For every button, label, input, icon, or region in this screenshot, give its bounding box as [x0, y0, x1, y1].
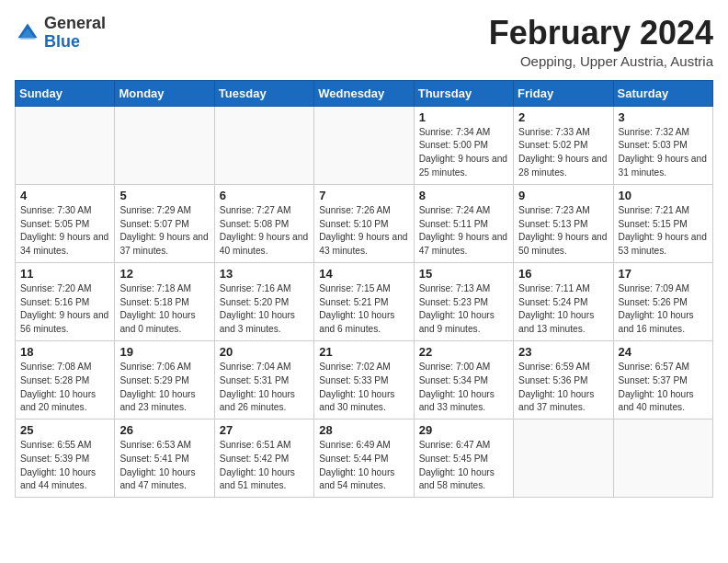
weekday-header-thursday: Thursday — [414, 80, 513, 106]
day-info: Sunrise: 7:29 AM Sunset: 5:07 PM Dayligh… — [119, 204, 209, 259]
day-info: Sunrise: 6:53 AM Sunset: 5:41 PM Dayligh… — [119, 439, 209, 493]
calendar-cell: 7Sunrise: 7:26 AM Sunset: 5:10 PM Daylig… — [314, 184, 414, 262]
calendar-cell — [16, 106, 115, 184]
day-info: Sunrise: 7:18 AM Sunset: 5:18 PM Dayligh… — [119, 282, 209, 337]
day-number: 1 — [419, 110, 508, 124]
location-subtitle: Oepping, Upper Austria, Austria — [489, 53, 713, 69]
calendar-cell: 18Sunrise: 7:08 AM Sunset: 5:28 PM Dayli… — [16, 340, 115, 419]
day-info: Sunrise: 7:09 AM Sunset: 5:26 PM Dayligh… — [619, 282, 708, 337]
day-number: 26 — [119, 423, 209, 437]
calendar-cell — [115, 106, 214, 184]
day-info: Sunrise: 7:13 AM Sunset: 5:23 PM Dayligh… — [419, 282, 508, 337]
day-number: 27 — [220, 423, 309, 437]
day-info: Sunrise: 7:20 AM Sunset: 5:16 PM Dayligh… — [20, 282, 109, 337]
logo-icon — [15, 20, 40, 46]
day-number: 12 — [119, 267, 209, 281]
calendar-cell: 28Sunrise: 6:49 AM Sunset: 5:44 PM Dayli… — [314, 419, 414, 498]
day-number: 25 — [20, 423, 109, 437]
weekday-header-wednesday: Wednesday — [314, 80, 414, 106]
weekday-header-sunday: Sunday — [16, 80, 115, 106]
day-info: Sunrise: 6:49 AM Sunset: 5:44 PM Dayligh… — [319, 439, 408, 493]
calendar-week-4: 18Sunrise: 7:08 AM Sunset: 5:28 PM Dayli… — [16, 340, 713, 419]
calendar-cell: 10Sunrise: 7:21 AM Sunset: 5:15 PM Dayli… — [613, 184, 712, 262]
day-info: Sunrise: 6:59 AM Sunset: 5:36 PM Dayligh… — [518, 361, 608, 415]
day-number: 24 — [619, 345, 708, 359]
day-number: 5 — [119, 189, 209, 202]
calendar-cell: 11Sunrise: 7:20 AM Sunset: 5:16 PM Dayli… — [16, 262, 115, 340]
day-number: 23 — [518, 345, 608, 359]
calendar-cell: 1Sunrise: 7:34 AM Sunset: 5:00 PM Daylig… — [414, 106, 513, 184]
day-number: 13 — [220, 267, 309, 281]
calendar-cell: 13Sunrise: 7:16 AM Sunset: 5:20 PM Dayli… — [214, 262, 313, 340]
day-info: Sunrise: 7:11 AM Sunset: 5:24 PM Dayligh… — [518, 282, 608, 337]
weekday-header-row: SundayMondayTuesdayWednesdayThursdayFrid… — [16, 80, 713, 106]
page-header: General Blue February 2024 Oepping, Uppe… — [15, 15, 713, 69]
weekday-header-saturday: Saturday — [613, 80, 712, 106]
calendar-week-1: 1Sunrise: 7:34 AM Sunset: 5:00 PM Daylig… — [16, 106, 713, 184]
day-info: Sunrise: 6:51 AM Sunset: 5:42 PM Dayligh… — [220, 439, 309, 493]
day-info: Sunrise: 6:55 AM Sunset: 5:39 PM Dayligh… — [20, 439, 109, 493]
calendar-cell: 16Sunrise: 7:11 AM Sunset: 5:24 PM Dayli… — [514, 262, 613, 340]
day-number: 29 — [419, 423, 508, 437]
day-info: Sunrise: 7:04 AM Sunset: 5:31 PM Dayligh… — [220, 361, 309, 415]
day-number: 16 — [518, 267, 608, 281]
day-number: 21 — [319, 345, 408, 359]
calendar-cell: 24Sunrise: 6:57 AM Sunset: 5:37 PM Dayli… — [613, 340, 712, 419]
calendar-cell: 17Sunrise: 7:09 AM Sunset: 5:26 PM Dayli… — [613, 262, 712, 340]
calendar-week-3: 11Sunrise: 7:20 AM Sunset: 5:16 PM Dayli… — [16, 262, 713, 340]
day-number: 22 — [419, 345, 508, 359]
day-info: Sunrise: 7:08 AM Sunset: 5:28 PM Dayligh… — [20, 361, 109, 415]
calendar-cell: 14Sunrise: 7:15 AM Sunset: 5:21 PM Dayli… — [314, 262, 414, 340]
day-number: 6 — [220, 189, 309, 202]
day-number: 8 — [419, 189, 508, 202]
day-number: 9 — [518, 189, 608, 202]
calendar-cell: 23Sunrise: 6:59 AM Sunset: 5:36 PM Dayli… — [514, 340, 613, 419]
calendar-cell: 27Sunrise: 6:51 AM Sunset: 5:42 PM Dayli… — [214, 419, 313, 498]
calendar-cell — [514, 419, 613, 498]
day-number: 19 — [119, 345, 209, 359]
day-info: Sunrise: 7:26 AM Sunset: 5:10 PM Dayligh… — [319, 204, 408, 259]
day-number: 20 — [220, 345, 309, 359]
calendar-cell: 20Sunrise: 7:04 AM Sunset: 5:31 PM Dayli… — [214, 340, 313, 419]
calendar-cell: 15Sunrise: 7:13 AM Sunset: 5:23 PM Dayli… — [414, 262, 513, 340]
calendar-cell: 5Sunrise: 7:29 AM Sunset: 5:07 PM Daylig… — [115, 184, 214, 262]
day-number: 4 — [20, 189, 109, 202]
day-info: Sunrise: 7:32 AM Sunset: 5:03 PM Dayligh… — [619, 126, 708, 180]
day-info: Sunrise: 6:57 AM Sunset: 5:37 PM Dayligh… — [619, 361, 708, 415]
day-info: Sunrise: 7:24 AM Sunset: 5:11 PM Dayligh… — [419, 204, 508, 259]
calendar-cell: 26Sunrise: 6:53 AM Sunset: 5:41 PM Dayli… — [115, 419, 214, 498]
weekday-header-tuesday: Tuesday — [214, 80, 313, 106]
day-info: Sunrise: 7:00 AM Sunset: 5:34 PM Dayligh… — [419, 361, 508, 415]
day-number: 28 — [319, 423, 408, 437]
day-number: 7 — [319, 189, 408, 202]
calendar-week-5: 25Sunrise: 6:55 AM Sunset: 5:39 PM Dayli… — [16, 419, 713, 498]
day-info: Sunrise: 7:30 AM Sunset: 5:05 PM Dayligh… — [20, 204, 109, 259]
month-title: February 2024 — [489, 15, 713, 52]
calendar-cell: 12Sunrise: 7:18 AM Sunset: 5:18 PM Dayli… — [115, 262, 214, 340]
calendar-cell: 22Sunrise: 7:00 AM Sunset: 5:34 PM Dayli… — [414, 340, 513, 419]
calendar-cell: 2Sunrise: 7:33 AM Sunset: 5:02 PM Daylig… — [514, 106, 613, 184]
calendar-cell — [613, 419, 712, 498]
day-info: Sunrise: 7:27 AM Sunset: 5:08 PM Dayligh… — [220, 204, 309, 259]
title-block: February 2024 Oepping, Upper Austria, Au… — [489, 15, 713, 69]
day-number: 14 — [319, 267, 408, 281]
day-info: Sunrise: 7:16 AM Sunset: 5:20 PM Dayligh… — [220, 282, 309, 337]
day-info: Sunrise: 7:02 AM Sunset: 5:33 PM Dayligh… — [319, 361, 408, 415]
logo-text: General Blue — [44, 15, 106, 52]
day-info: Sunrise: 7:34 AM Sunset: 5:00 PM Dayligh… — [419, 126, 508, 180]
weekday-header-monday: Monday — [115, 80, 214, 106]
day-info: Sunrise: 7:06 AM Sunset: 5:29 PM Dayligh… — [119, 361, 209, 415]
day-info: Sunrise: 7:33 AM Sunset: 5:02 PM Dayligh… — [518, 126, 608, 180]
calendar-cell: 19Sunrise: 7:06 AM Sunset: 5:29 PM Dayli… — [115, 340, 214, 419]
weekday-header-friday: Friday — [514, 80, 613, 106]
day-info: Sunrise: 6:47 AM Sunset: 5:45 PM Dayligh… — [419, 439, 508, 493]
day-number: 15 — [419, 267, 508, 281]
day-number: 18 — [20, 345, 109, 359]
calendar-table: SundayMondayTuesdayWednesdayThursdayFrid… — [15, 80, 713, 499]
calendar-cell: 6Sunrise: 7:27 AM Sunset: 5:08 PM Daylig… — [214, 184, 313, 262]
calendar-cell: 4Sunrise: 7:30 AM Sunset: 5:05 PM Daylig… — [16, 184, 115, 262]
logo: General Blue — [15, 15, 106, 52]
calendar-cell: 8Sunrise: 7:24 AM Sunset: 5:11 PM Daylig… — [414, 184, 513, 262]
day-number: 11 — [20, 267, 109, 281]
calendar-cell: 3Sunrise: 7:32 AM Sunset: 5:03 PM Daylig… — [613, 106, 712, 184]
